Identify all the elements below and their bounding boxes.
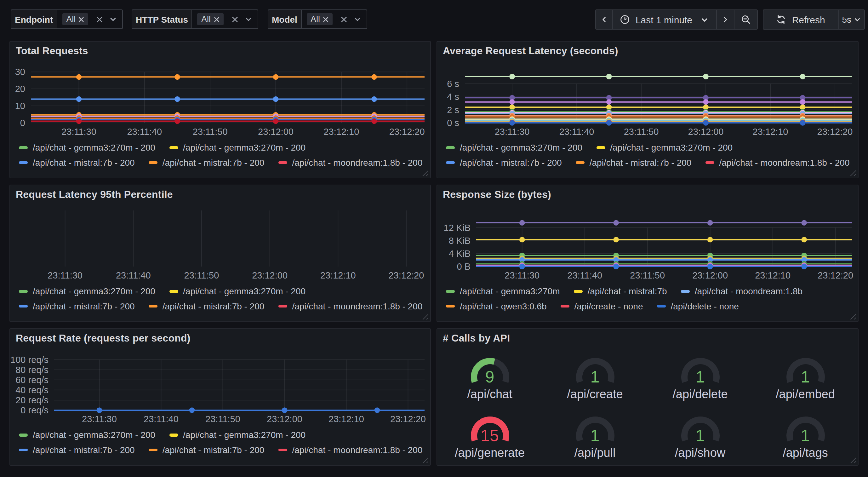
gauge-api-create[interactable]: 1 /api/create bbox=[542, 348, 648, 407]
legend-item[interactable]: /api/chat - mistral:7b - 200 bbox=[149, 445, 265, 455]
legend-item[interactable]: /api/chat - moondream:1.8b bbox=[681, 287, 803, 296]
svg-text:2 s: 2 s bbox=[447, 105, 459, 115]
svg-text:23:12:10: 23:12:10 bbox=[755, 270, 790, 280]
legend-item[interactable]: /api/chat - mistral:7b - 200 bbox=[19, 157, 135, 168]
gauge-api-chat[interactable]: 9 /api/chat bbox=[437, 348, 542, 407]
gauge-api-pull[interactable]: 1 /api/pull bbox=[542, 407, 648, 465]
gauge-api-embed[interactable]: 1 /api/embed bbox=[753, 348, 858, 407]
chevron-down-icon[interactable] bbox=[353, 15, 362, 23]
panel-resize-handle[interactable] bbox=[850, 457, 856, 463]
legend-item[interactable]: /api/chat - gemma3:270m - 200 bbox=[19, 430, 155, 440]
legend-item[interactable]: /api/chat - moondream:1.8b - 200 bbox=[278, 445, 422, 455]
legend-item[interactable]: /api/chat - gemma3:270m - 200 bbox=[446, 143, 582, 153]
time-series-chart[interactable]: 0 s2 s4 s6 s23:11:3023:11:4023:11:5023:1… bbox=[437, 60, 858, 139]
legend-label: /api/chat - gemma3:270m - 200 bbox=[610, 143, 733, 153]
remove-value-icon[interactable] bbox=[213, 16, 219, 22]
legend-row: /api/chat - gemma3:270m - 200 /api/chat … bbox=[19, 427, 427, 442]
time-series-chart[interactable]: 010203023:11:3023:11:4023:11:5023:12:002… bbox=[10, 60, 430, 139]
time-series-chart[interactable]: 23:11:3023:11:4023:11:5023:12:0023:12:10… bbox=[10, 204, 430, 282]
panel-resize-handle[interactable] bbox=[422, 313, 428, 320]
panel-resize-handle[interactable] bbox=[422, 170, 428, 176]
legend-label: /api/chat - gemma3:270m - 200 bbox=[33, 430, 155, 440]
filter-endpoint-pill[interactable]: All bbox=[62, 13, 88, 25]
legend-item[interactable]: /api/chat - moondream:1.8b - 200 bbox=[705, 157, 849, 168]
refresh-interval-picker[interactable]: 5s bbox=[839, 10, 864, 29]
zoom-out-time-button[interactable] bbox=[734, 10, 757, 29]
svg-text:23:12:00: 23:12:00 bbox=[692, 270, 728, 280]
remove-value-icon[interactable] bbox=[322, 16, 329, 22]
panel-title[interactable]: Average Request Latency (seconds) bbox=[443, 45, 618, 56]
panel-title[interactable]: Request Rate (requests per second) bbox=[16, 332, 190, 344]
gauge-label: /api/generate bbox=[437, 446, 542, 460]
filter-http-status-pill[interactable]: All bbox=[197, 13, 223, 25]
legend-item[interactable]: /api/chat - gemma3:270m bbox=[446, 287, 560, 296]
filter-model-pill[interactable]: All bbox=[307, 13, 333, 25]
time-range-picker-button[interactable]: Last 1 minute bbox=[613, 10, 716, 29]
time-shift-back-button[interactable] bbox=[595, 10, 613, 29]
gauge-api-tags[interactable]: 1 /api/tags bbox=[753, 407, 858, 465]
filter-endpoint-label: Endpoint bbox=[11, 10, 57, 28]
legend-item[interactable]: /api/chat - moondream:1.8b - 200 bbox=[278, 157, 422, 168]
remove-value-icon[interactable] bbox=[78, 16, 84, 22]
clear-icon[interactable] bbox=[231, 16, 239, 23]
legend-label: /api/chat - moondream:1.8b bbox=[695, 287, 803, 296]
svg-text:23:11:30: 23:11:30 bbox=[82, 414, 117, 424]
panel-title[interactable]: Total Requests bbox=[16, 45, 88, 56]
legend-item[interactable]: /api/chat - mistral:7b - 200 bbox=[19, 445, 135, 455]
legend-item[interactable]: /api/chat - gemma3:270m - 200 bbox=[596, 143, 733, 153]
legend-item[interactable]: /api/chat - mistral:7b - 200 bbox=[576, 157, 692, 168]
gauge-api-generate[interactable]: 15 /api/generate bbox=[437, 407, 542, 465]
chevron-down-icon[interactable] bbox=[244, 15, 252, 23]
legend-item[interactable]: /api/chat - gemma3:270m - 200 bbox=[169, 287, 306, 296]
clear-icon[interactable] bbox=[340, 16, 348, 23]
svg-text:23:11:30: 23:11:30 bbox=[504, 270, 539, 280]
panel-resize-handle[interactable] bbox=[850, 170, 856, 176]
time-range-label: Last 1 minute bbox=[636, 14, 692, 25]
legend-swatch-icon bbox=[446, 290, 455, 293]
legend-item[interactable]: /api/chat - mistral:7b - 200 bbox=[149, 301, 265, 311]
legend-swatch-icon bbox=[149, 448, 157, 451]
gauge-label: /api/embed bbox=[753, 387, 858, 401]
time-shift-forward-button[interactable] bbox=[716, 10, 734, 29]
gauge-value: 9 bbox=[437, 368, 542, 385]
legend-item[interactable]: /api/chat - mistral:7b bbox=[574, 287, 667, 296]
svg-text:40 req/s: 40 req/s bbox=[16, 385, 49, 395]
legend-item[interactable]: /api/chat - mistral:7b - 200 bbox=[19, 301, 135, 311]
legend-label: /api/chat - gemma3:270m - 200 bbox=[183, 143, 306, 153]
filter-model-value[interactable]: All bbox=[302, 10, 367, 28]
legend-item[interactable]: /api/chat - mistral:7b - 200 bbox=[149, 157, 265, 168]
panel-resize-handle[interactable] bbox=[422, 457, 428, 463]
panel-title[interactable]: # Calls by API bbox=[443, 332, 510, 344]
legend-item[interactable]: /api/chat - mistral:7b - 200 bbox=[446, 157, 562, 168]
gauge-value: 1 bbox=[753, 368, 858, 385]
legend-swatch-icon bbox=[576, 161, 585, 164]
legend-item[interactable]: /api/chat - gemma3:270m - 200 bbox=[169, 430, 306, 440]
gauge-api-delete[interactable]: 1 /api/delete bbox=[648, 348, 753, 407]
filter-http-status-value[interactable]: All bbox=[192, 10, 257, 28]
legend-item[interactable]: /api/chat - qwen3:0.6b bbox=[446, 301, 547, 311]
legend-label: /api/chat - gemma3:270m - 200 bbox=[460, 143, 582, 153]
gauge-label: /api/show bbox=[648, 446, 753, 460]
panel-resize-handle[interactable] bbox=[850, 313, 856, 320]
gauge-api-show[interactable]: 1 /api/show bbox=[648, 407, 753, 465]
legend-row: /api/chat - gemma3:270m /api/chat - mist… bbox=[446, 284, 854, 299]
filter-endpoint-value[interactable]: All bbox=[57, 10, 122, 28]
time-series-chart[interactable]: 0 req/s20 req/s40 req/s60 req/s80 req/s1… bbox=[10, 348, 430, 426]
legend-item[interactable]: /api/chat - gemma3:270m - 200 bbox=[19, 287, 155, 296]
legend-label: /api/chat - gemma3:270m bbox=[460, 287, 560, 296]
legend-item[interactable]: /api/delete - none bbox=[657, 301, 739, 311]
chevron-down-icon[interactable] bbox=[109, 15, 117, 23]
legend-row: /api/chat - qwen3:0.6b /api/create - non… bbox=[446, 299, 854, 314]
legend-item[interactable]: /api/chat - moondream:1.8b - 200 bbox=[278, 301, 422, 311]
panel-title[interactable]: Response Size (bytes) bbox=[443, 189, 551, 200]
panel-title[interactable]: Request Latency 95th Percentile bbox=[16, 189, 173, 200]
legend-item[interactable]: /api/chat - gemma3:270m - 200 bbox=[19, 143, 155, 153]
legend-item[interactable]: /api/create - none bbox=[561, 301, 643, 311]
legend-row: /api/chat - mistral:7b - 200 /api/chat -… bbox=[19, 299, 427, 314]
svg-text:23:12:10: 23:12:10 bbox=[329, 414, 364, 424]
refresh-button[interactable]: Refresh bbox=[763, 10, 839, 29]
clear-icon[interactable] bbox=[96, 16, 103, 23]
gauge-label: /api/tags bbox=[753, 446, 858, 460]
legend-item[interactable]: /api/chat - gemma3:270m - 200 bbox=[169, 143, 306, 153]
time-series-chart[interactable]: 0 B4 KiB8 KiB12 KiB23:11:3023:11:4023:11… bbox=[437, 204, 858, 282]
